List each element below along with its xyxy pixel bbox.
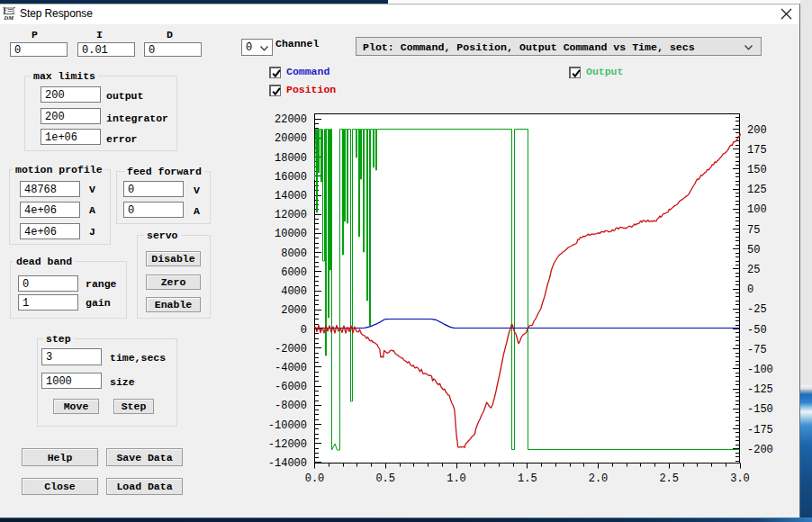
svg-text:-10000: -10000 (268, 419, 307, 432)
svg-text:2.5: 2.5 (659, 472, 679, 485)
svg-text:22000: 22000 (275, 113, 307, 126)
svg-text:-14000: -14000 (268, 457, 307, 470)
svg-text:-12000: -12000 (268, 438, 307, 451)
svg-text:25: 25 (747, 264, 760, 276)
svg-text:75: 75 (747, 224, 760, 237)
svg-text:2.0: 2.0 (589, 472, 609, 485)
svg-text:14000: 14000 (275, 190, 307, 202)
svg-text:0.0: 0.0 (305, 472, 325, 485)
svg-text:0: 0 (301, 324, 307, 337)
svg-text:150: 150 (747, 164, 767, 176)
svg-text:16000: 16000 (275, 171, 307, 184)
svg-text:-6000: -6000 (275, 381, 307, 393)
svg-text:-8000: -8000 (275, 400, 307, 412)
svg-text:-2000: -2000 (275, 343, 307, 356)
svg-text:20000: 20000 (275, 132, 307, 145)
svg-text:-175: -175 (747, 424, 773, 436)
svg-text:1.0: 1.0 (447, 472, 466, 485)
svg-text:-150: -150 (747, 403, 773, 416)
svg-text:6000: 6000 (281, 266, 307, 279)
svg-text:10000: 10000 (275, 228, 307, 240)
svg-text:1.5: 1.5 (518, 472, 537, 485)
svg-text:12000: 12000 (275, 209, 307, 221)
svg-text:-125: -125 (747, 383, 773, 396)
svg-text:3.0: 3.0 (730, 472, 750, 485)
svg-text:8000: 8000 (281, 248, 307, 260)
svg-text:-25: -25 (747, 303, 767, 316)
svg-text:-50: -50 (747, 324, 767, 337)
svg-text:4000: 4000 (281, 285, 307, 298)
svg-text:-200: -200 (747, 444, 773, 456)
svg-text:100: 100 (747, 203, 767, 216)
svg-text:125: 125 (747, 184, 767, 196)
svg-text:-4000: -4000 (275, 362, 307, 374)
svg-text:0.5: 0.5 (375, 472, 395, 485)
svg-text:-75: -75 (747, 344, 767, 356)
svg-text:18000: 18000 (275, 152, 307, 165)
svg-text:200: 200 (747, 124, 767, 137)
svg-text:2000: 2000 (281, 304, 307, 317)
svg-text:-100: -100 (747, 364, 773, 376)
svg-text:175: 175 (747, 144, 767, 157)
svg-text:0: 0 (747, 284, 753, 296)
svg-text:50: 50 (747, 244, 760, 256)
